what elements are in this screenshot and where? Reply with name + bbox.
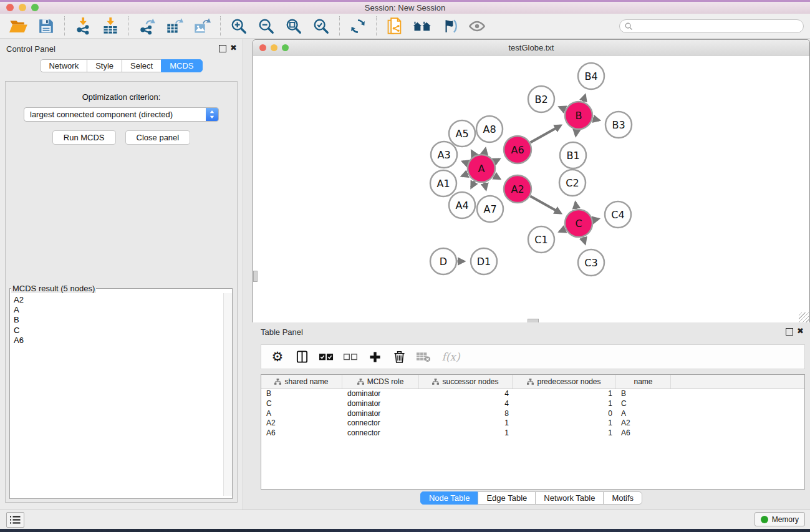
graph-node-D1[interactable]: D1 [471, 248, 497, 274]
graph-edge-A-A3[interactable] [463, 162, 468, 163]
network-close-button[interactable] [259, 44, 266, 51]
resize-grip[interactable] [799, 312, 809, 322]
graph-edge-A-A6[interactable] [494, 159, 499, 162]
float-table-panel-button[interactable] [786, 328, 793, 336]
show-graphics-button[interactable] [465, 16, 489, 37]
import-network-button[interactable] [71, 16, 95, 37]
table-row[interactable]: A2connector11A2 [261, 418, 804, 428]
graph-edge-C-C4[interactable] [593, 219, 599, 220]
network-canvas[interactable]: AA1A2A3A4A5A6A7A8BB1B2B3B4CC1C2C3C4DD1 [253, 56, 809, 323]
table-row[interactable]: A6connector11A6 [261, 428, 804, 438]
graph-edge-B-B3[interactable] [593, 118, 599, 120]
graph-node-C3[interactable]: C3 [578, 249, 604, 276]
export-table-button[interactable] [163, 16, 186, 37]
show-columns-button[interactable] [294, 349, 309, 365]
graph-edge-A2-C[interactable] [530, 196, 561, 213]
column-header-predecessor-nodes[interactable]: predecessor nodes [513, 375, 616, 389]
import-table-button[interactable] [99, 16, 122, 37]
graph-node-B[interactable]: B [565, 102, 592, 129]
graph-edge-B-B1[interactable] [576, 130, 576, 135]
network-zoom-button[interactable] [282, 44, 289, 51]
vertical-scroll-thumb[interactable] [253, 271, 258, 282]
graph-node-B3[interactable]: B3 [605, 112, 632, 138]
graph-node-A8[interactable]: A8 [476, 116, 503, 142]
graph-edge-C-C2[interactable] [576, 203, 577, 209]
tab-network-table[interactable]: Network Table [535, 491, 604, 505]
search-input[interactable] [636, 21, 803, 31]
column-header-successor-nodes[interactable]: successor nodes [419, 375, 513, 389]
close-window-button[interactable] [6, 4, 14, 11]
graph-node-B1[interactable]: B1 [560, 142, 586, 168]
zoom-fit-button[interactable] [282, 16, 306, 37]
column-header-name[interactable]: name [616, 375, 671, 389]
graph-node-C2[interactable]: C2 [559, 170, 586, 196]
close-table-panel-button[interactable]: ✖ [797, 327, 804, 336]
close-panel-button-inner[interactable]: Close panel [125, 130, 191, 145]
graph-node-A1[interactable]: A1 [430, 170, 456, 196]
graph-edge-C-C1[interactable] [559, 229, 565, 231]
close-panel-button[interactable]: ✖ [230, 44, 237, 52]
apply-function-button[interactable]: f(x) [440, 349, 461, 365]
column-header-shared-name[interactable]: shared name [261, 375, 342, 389]
result-scrollbar[interactable] [223, 293, 232, 496]
table-settings-button[interactable]: ⚙ [270, 349, 285, 365]
run-mcds-button[interactable]: Run MCDS [52, 130, 116, 145]
delete-column-button[interactable] [392, 349, 407, 365]
select-all-columns-button[interactable] [319, 349, 334, 365]
graph-edge-A-A7[interactable] [485, 183, 486, 190]
home-view-button[interactable] [410, 16, 434, 37]
float-panel-button[interactable] [219, 45, 226, 52]
graph-node-C4[interactable]: C4 [605, 201, 631, 228]
graph-edge-A-A2[interactable] [494, 176, 499, 179]
graph-node-A5[interactable]: A5 [449, 120, 475, 147]
save-session-button[interactable] [34, 16, 58, 37]
graph-node-A6[interactable]: A6 [504, 136, 531, 163]
tab-mcds[interactable]: MCDS [161, 59, 202, 72]
graph-edge-C-C3[interactable] [583, 237, 585, 243]
tab-motifs[interactable]: Motifs [603, 491, 642, 505]
table-row[interactable]: Adominator80A [261, 409, 804, 419]
graph-edge-A-A5[interactable] [471, 151, 474, 155]
tab-network[interactable]: Network [40, 59, 87, 72]
open-session-button[interactable] [7, 16, 31, 37]
create-column-button[interactable] [367, 349, 382, 365]
zoom-selected-button[interactable] [309, 16, 333, 37]
tab-node-table[interactable]: Node Table [420, 491, 479, 505]
graph-edge-B-B4[interactable] [583, 95, 585, 101]
graph-node-A7[interactable]: A7 [477, 196, 503, 222]
show-task-history-button[interactable] [6, 512, 24, 528]
graph-node-C1[interactable]: C1 [528, 226, 554, 253]
zoom-in-button[interactable] [227, 16, 251, 37]
graph-node-A4[interactable]: A4 [449, 192, 475, 218]
zoom-window-button[interactable] [31, 4, 39, 11]
minimize-window-button[interactable] [19, 4, 26, 11]
column-header-mcds-role[interactable]: MCDS role [342, 375, 419, 389]
apply-layout-button[interactable] [346, 16, 370, 37]
tab-edge-table[interactable]: Edge Table [478, 491, 536, 505]
graph-node-A2[interactable]: A2 [504, 175, 531, 203]
graph-edge-A-A8[interactable] [485, 148, 486, 154]
graph-node-D[interactable]: D [430, 248, 456, 274]
memory-button[interactable]: Memory [755, 512, 805, 526]
hide-labels-button[interactable] [438, 16, 461, 37]
graph-node-C[interactable]: C [565, 210, 592, 237]
new-network-from-selection-button[interactable] [383, 16, 407, 37]
network-minimize-button[interactable] [271, 44, 277, 51]
graph-node-B2[interactable]: B2 [528, 86, 554, 112]
export-image-button[interactable] [190, 16, 214, 37]
graph-edge-A-A1[interactable] [462, 174, 468, 177]
graph-node-A[interactable]: A [468, 155, 495, 182]
export-network-button[interactable] [135, 16, 159, 37]
tab-select[interactable]: Select [122, 59, 162, 72]
table-row[interactable]: Bdominator41B [261, 389, 804, 399]
zoom-out-button[interactable] [254, 16, 278, 37]
criterion-select[interactable]: largest connected component (directed) [24, 107, 219, 122]
table-row[interactable]: Cdominator41C [261, 399, 804, 409]
graph-node-A3[interactable]: A3 [431, 142, 457, 168]
unselect-all-columns-button[interactable] [343, 349, 358, 365]
graph-node-B4[interactable]: B4 [578, 63, 604, 89]
search-field[interactable] [619, 19, 804, 33]
graph-edge-A6-B[interactable] [530, 125, 561, 142]
graph-edge-B-B2[interactable] [559, 107, 565, 110]
graph-edge-A-A4[interactable] [471, 181, 475, 188]
